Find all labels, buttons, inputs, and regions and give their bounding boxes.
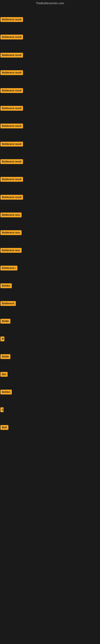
bottleneck-badge-24: Bott — [0, 425, 8, 430]
bottleneck-badge-10: Bottleneck result — [0, 177, 23, 182]
bottleneck-badge-22: Bottlen — [0, 390, 12, 394]
bottleneck-badge-19: B — [0, 336, 4, 341]
bottleneck-badge-14: Bottleneck resu — [0, 248, 22, 253]
bottleneck-badge-5: Bottleneck result — [0, 88, 23, 93]
bottleneck-badge-18: Bottle — [0, 319, 10, 324]
bottleneck-badge-16: Bottlen — [0, 283, 12, 288]
bottleneck-badge-9: Bottleneck result — [0, 159, 23, 164]
bottleneck-badge-12: Bottleneck resu — [0, 212, 22, 217]
site-title-text: TheBottlenecker.com — [36, 2, 64, 5]
bottleneck-badge-2: Bottleneck result — [0, 34, 23, 40]
bottleneck-badge-4: Bottleneck result — [0, 70, 23, 75]
bottleneck-badge-15: Bottleneck r — [0, 266, 17, 270]
bottleneck-badge-21: Bot — [0, 372, 8, 377]
bottleneck-badge-23: b — [0, 407, 3, 412]
bottleneck-badge-17: Bottleneck — [0, 301, 16, 306]
bottleneck-badge-7: Bottleneck result — [0, 124, 23, 128]
site-title: TheBottlenecker.com — [0, 0, 100, 6]
badges-container: Bottleneck resultBottleneck resultBottle… — [0, 6, 100, 644]
bottleneck-badge-20: Bottle — [0, 354, 10, 359]
bottleneck-badge-3: Bottleneck result — [0, 53, 23, 58]
bottleneck-badge-1: Bottleneck result — [0, 17, 23, 22]
bottleneck-badge-6: Bottleneck result — [0, 106, 23, 111]
bottleneck-badge-11: Bottleneck result — [0, 195, 23, 200]
bottleneck-badge-13: Bottleneck resu — [0, 230, 22, 235]
bottleneck-badge-8: Bottleneck result — [0, 142, 23, 146]
